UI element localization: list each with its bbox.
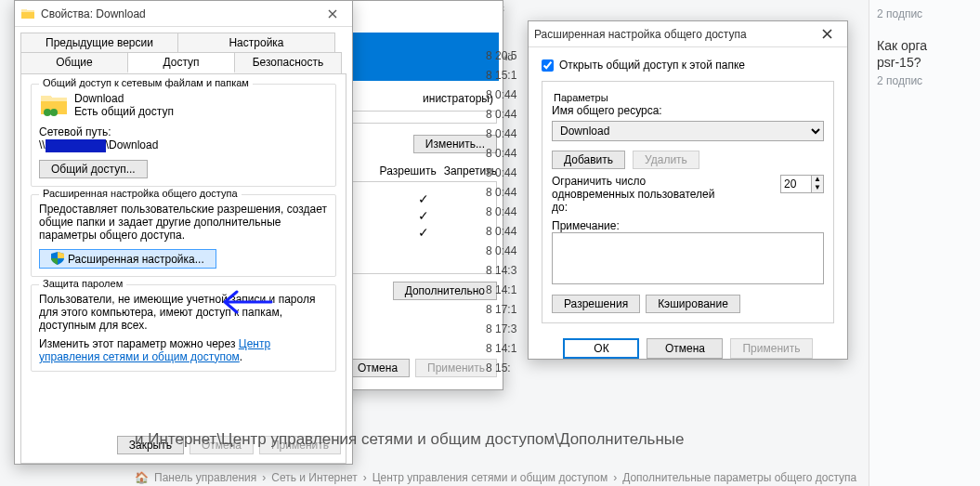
checkmark-icon: ✓: [361, 225, 485, 240]
titlebar: Свойства: Download: [15, 1, 352, 27]
legend-network: Общий доступ к сетевым файлам и папкам: [39, 77, 253, 88]
time-column: 8 20:58 15:18 0:448 0:448 0:448 0:448 0:…: [486, 46, 532, 378]
group-network-sharing: Общий доступ к сетевым файлам и папкам D…: [31, 84, 336, 187]
close-icon[interactable]: [813, 25, 842, 43]
cancel-button-strip[interactable]: Отмена: [346, 359, 410, 377]
adv-window-title: Расширенная настройка общего доступа: [534, 28, 813, 41]
path-caption: и Интернет\Центр управления сетями и общ…: [135, 430, 841, 449]
params-fieldset: Параметры Имя общего ресурса: Download Д…: [542, 81, 834, 323]
folder-icon: [20, 7, 35, 21]
user-limit-spinner[interactable]: ▲ ▼: [780, 175, 824, 193]
params-legend: Параметры: [550, 92, 612, 103]
limit-label: Ограничить число одновременных пользоват…: [552, 175, 719, 214]
share-folder-checkbox[interactable]: [542, 59, 554, 72]
share-button[interactable]: Общий доступ...: [39, 160, 148, 178]
properties-window: Свойства: Download Предыдущие версии Нас…: [14, 0, 353, 465]
svg-point-0: [44, 109, 51, 116]
cancel-button-adv[interactable]: Отмена: [647, 338, 723, 359]
netpath-value: \\\Download: [39, 138, 328, 152]
share-folder-checkbox-row[interactable]: Открыть общий доступ к этой папке: [542, 59, 834, 72]
right-context-panel: 2 подпис Как орга psr-15? 2 подпис: [869, 0, 980, 486]
shield-icon: [51, 252, 64, 265]
home-icon: 🏠: [135, 471, 149, 484]
additional-button[interactable]: Дополнительно: [393, 282, 497, 300]
tab-general[interactable]: Общие: [20, 52, 128, 73]
ok-button[interactable]: ОК: [563, 338, 639, 359]
question-title[interactable]: Как орга psr-15?: [877, 37, 973, 71]
change-button[interactable]: Изменить...: [413, 135, 497, 153]
col-allow: Разрешить: [380, 164, 437, 177]
tab-security[interactable]: Безопасность: [234, 52, 342, 73]
resname-label: Имя общего ресурса:: [552, 104, 824, 117]
note-textarea[interactable]: [552, 232, 824, 284]
group-advanced-sharing: Расширенная настройка общего доступа Пре…: [31, 194, 336, 277]
advanced-sharing-window: Расширенная настройка общего доступа Отк…: [528, 20, 848, 360]
password-line1: Пользователи, не имеющие учетной записи …: [39, 293, 328, 332]
subscriptions-2: 2 подпис: [877, 74, 973, 87]
apply-button-adv: Применить: [730, 338, 812, 359]
folder-name-label: Download: [74, 92, 174, 105]
delete-button: Удалить: [633, 151, 699, 169]
advanced-settings-button[interactable]: Расширенная настройка...: [39, 249, 216, 269]
redacted-hostname: [46, 139, 106, 152]
share-name-select[interactable]: Download: [552, 121, 824, 141]
checkmark-icon: ✓: [361, 208, 485, 223]
legend-advanced: Расширенная настройка общего доступа: [39, 188, 242, 199]
checkmark-icon: ✓: [361, 191, 485, 206]
close-icon[interactable]: [319, 6, 346, 22]
password-line2: Изменить этот параметр можно через Центр…: [39, 337, 328, 363]
permissions-window-fragment: инистраторы) Изменить... Разрешить Запре…: [346, 0, 503, 390]
group-password: Защита паролем Пользователи, не имеющие …: [31, 284, 336, 372]
titlebar-adv: Расширенная настройка общего доступа: [529, 21, 847, 47]
breadcrumb: 🏠 Панель управления› Сеть и Интернет› Це…: [135, 471, 856, 484]
svg-point-1: [50, 109, 58, 116]
legend-password: Защита паролем: [39, 278, 126, 289]
permissions-button[interactable]: Разрешения: [552, 295, 640, 313]
netpath-label: Сетевой путь:: [39, 125, 328, 138]
apply-button-strip: Применить: [415, 359, 497, 377]
tab-sharing[interactable]: Доступ: [127, 52, 235, 73]
window-title: Свойства: Download: [41, 7, 319, 20]
note-label: Примечание:: [552, 219, 824, 232]
share-status-label: Есть общий доступ: [74, 105, 174, 118]
subscriptions-1: 2 подпис: [877, 7, 973, 20]
spin-down-icon[interactable]: ▼: [811, 184, 823, 192]
tab-previous-versions[interactable]: Предыдущие версии: [20, 33, 178, 52]
group-admins-text: инистраторы): [351, 90, 497, 107]
share-folder-label: Открыть общий доступ к этой папке: [559, 59, 745, 72]
annotation-arrow: [220, 288, 276, 319]
advanced-desc: Предоставляет пользовательские разрешени…: [39, 203, 328, 242]
add-button[interactable]: Добавить: [552, 151, 625, 169]
shared-folder-icon: [39, 92, 69, 118]
tab-customize[interactable]: Настройка: [177, 33, 335, 52]
caching-button[interactable]: Кэширование: [646, 295, 740, 313]
user-limit-input[interactable]: [781, 177, 811, 191]
